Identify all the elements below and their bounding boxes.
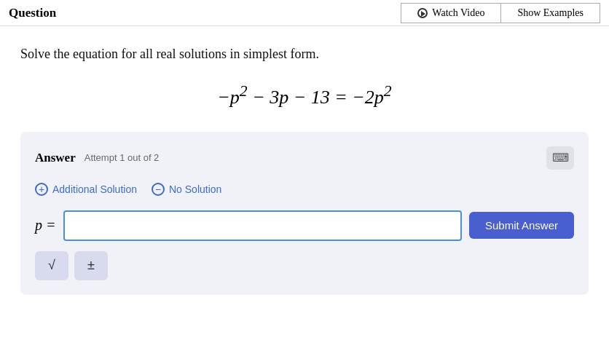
plus-icon: +: [35, 183, 48, 196]
watch-video-button[interactable]: Watch Video: [401, 3, 500, 23]
submit-answer-button[interactable]: Submit Answer: [469, 212, 574, 239]
additional-solution-link[interactable]: + Additional Solution: [35, 183, 137, 196]
plusminus-button[interactable]: ±: [74, 251, 108, 280]
keyboard-button[interactable]: ⌨: [546, 146, 574, 170]
keyboard-icon: ⌨: [552, 151, 569, 165]
answer-header: Answer Attempt 1 out of 2 ⌨: [35, 146, 574, 170]
p-label: p =: [35, 217, 56, 234]
answer-title: Answer: [35, 151, 76, 165]
answer-title-group: Answer Attempt 1 out of 2: [35, 151, 159, 165]
symbol-buttons: √ ±: [35, 251, 574, 280]
attempt-text: Attempt 1 out of 2: [85, 152, 160, 163]
solution-links: + Additional Solution − No Solution: [35, 183, 574, 196]
question-label: Question: [9, 6, 56, 20]
sqrt-button[interactable]: √: [35, 251, 68, 280]
no-solution-link[interactable]: − No Solution: [152, 183, 221, 196]
equation-display: −p2 − 3p − 13 = −2p2: [20, 82, 589, 108]
main-content: Solve the equation for all real solution…: [0, 26, 609, 295]
show-examples-button[interactable]: Show Examples: [500, 3, 600, 23]
play-icon: [417, 8, 428, 18]
minus-icon: −: [152, 183, 165, 196]
input-row: p = Submit Answer: [35, 210, 574, 241]
answer-section: Answer Attempt 1 out of 2 ⌨ + Additional…: [20, 132, 589, 295]
header-buttons: Watch Video Show Examples: [401, 3, 600, 23]
question-text: Solve the equation for all real solution…: [20, 47, 589, 62]
answer-input[interactable]: [63, 210, 462, 241]
header: Question Watch Video Show Examples: [0, 0, 609, 26]
